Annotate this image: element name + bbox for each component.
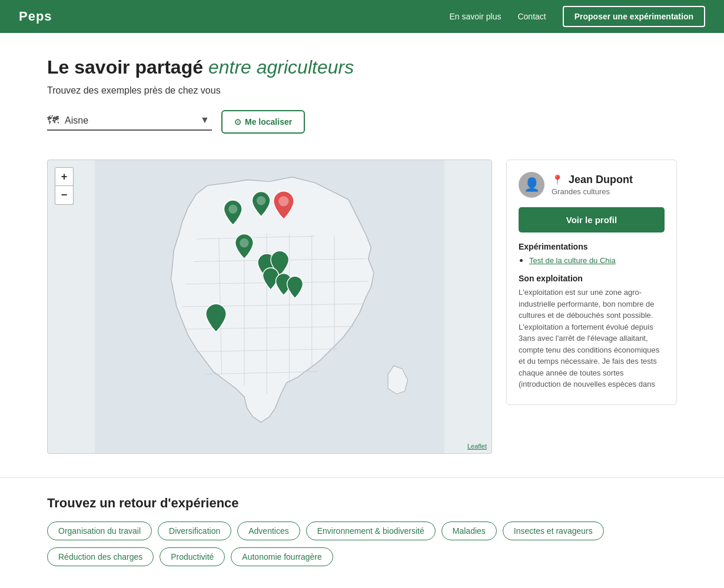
- hero-title-italic: entre agriculteurs: [208, 57, 354, 78]
- exp-list: Test de la culture du Chia: [519, 255, 665, 265]
- hero-section: Le savoir partagé entre agriculteurs Tro…: [0, 33, 724, 160]
- location-select[interactable]: Aisne Ain Allier Alpes-de-Haute-Provence…: [65, 115, 194, 125]
- tag-productivite[interactable]: Productivité: [160, 547, 225, 566]
- map-filter-icon: 🗺: [47, 114, 59, 127]
- france-svg: [48, 160, 491, 453]
- experience-title: Trouvez un retour d'expérience: [47, 496, 677, 511]
- tag-reduction[interactable]: Réduction des charges: [47, 547, 154, 566]
- bottom-arrow-section: ▼: [0, 585, 724, 588]
- exp-link[interactable]: Test de la culture du Chia: [529, 256, 616, 265]
- brand-logo[interactable]: Peps: [19, 9, 52, 24]
- exploit-text: L'exploitation est sur une zone agro-ind…: [519, 287, 665, 393]
- nav-cta-button[interactable]: Proposer une expérimentation: [563, 6, 705, 27]
- profile-name: 📍 Jean Dupont: [552, 174, 633, 186]
- svg-point-4: [240, 238, 248, 247]
- localize-label: Me localiser: [245, 117, 292, 127]
- tag-adventices[interactable]: Adventices: [237, 521, 300, 540]
- zoom-out-button[interactable]: −: [55, 186, 74, 205]
- tags-row-1: Organisation du travail Diversification …: [47, 521, 677, 540]
- search-row: 🗺 Aisne Ain Allier Alpes-de-Haute-Proven…: [47, 110, 677, 134]
- localize-icon: ⊙: [234, 117, 241, 127]
- experience-section: Trouvez un retour d'expérience Organisat…: [0, 477, 724, 585]
- tag-organisation[interactable]: Organisation du travail: [47, 521, 152, 540]
- avatar: 👤: [519, 172, 544, 198]
- zoom-in-button[interactable]: +: [55, 167, 74, 186]
- chevron-down-icon: ▼: [200, 115, 210, 125]
- tags-row-2: Réduction des charges Productivité Auton…: [47, 547, 677, 566]
- hero-title: Le savoir partagé entre agriculteurs: [47, 57, 677, 78]
- profile-type: Grandes cultures: [552, 187, 633, 196]
- leaflet-attribution[interactable]: Leaflet: [467, 443, 487, 450]
- profile-info: 📍 Jean Dupont Grandes cultures: [552, 174, 633, 196]
- profile-card: 👤 📍 Jean Dupont Grandes cultures Voir le…: [506, 160, 677, 405]
- pin-icon: 📍: [552, 175, 563, 185]
- map-controls: + −: [55, 167, 74, 205]
- tag-diversification[interactable]: Diversification: [158, 521, 231, 540]
- svg-point-1: [228, 205, 237, 214]
- tag-maladies[interactable]: Maladies: [441, 521, 497, 540]
- tag-environnement[interactable]: Environnement & biodiversité: [306, 521, 436, 540]
- main-content: + −: [0, 160, 724, 477]
- navbar: Peps En savoir plus Contact Proposer une…: [0, 0, 724, 33]
- location-selector-wrapper: 🗺 Aisne Ain Allier Alpes-de-Haute-Proven…: [47, 114, 212, 131]
- exploit-title: Son exploitation: [519, 274, 665, 283]
- tag-insectes[interactable]: Insectes et ravageurs: [503, 521, 604, 540]
- nav-link-contact[interactable]: Contact: [517, 12, 546, 21]
- hero-title-static: Le savoir partagé: [47, 57, 203, 78]
- svg-point-3: [278, 196, 288, 206]
- svg-point-2: [257, 196, 265, 205]
- localize-button[interactable]: ⊙ Me localiser: [221, 110, 305, 134]
- profile-header: 👤 📍 Jean Dupont Grandes cultures: [519, 172, 665, 198]
- view-profile-button[interactable]: Voir le profil: [519, 207, 665, 232]
- nav-links: En savoir plus Contact Proposer une expé…: [450, 6, 705, 27]
- hero-subtitle: Trouvez des exemples près de chez vous: [47, 85, 677, 96]
- nav-link-savoir[interactable]: En savoir plus: [450, 12, 502, 21]
- map-container: + −: [47, 160, 492, 454]
- tag-autonomie[interactable]: Autonomie fourragère: [231, 547, 333, 566]
- experimentations-title: Expérimentations: [519, 242, 665, 251]
